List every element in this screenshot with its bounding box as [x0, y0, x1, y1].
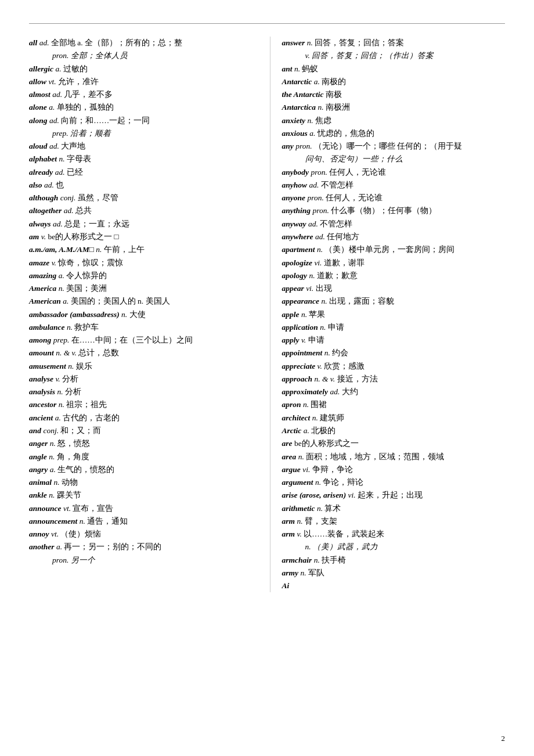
word: ambulance [29, 323, 65, 332]
word: approach [282, 375, 313, 383]
def: 总是；一直；永远 [63, 219, 129, 228]
pos: v. [39, 232, 46, 241]
word: anybody [282, 168, 309, 177]
pos: v. [49, 258, 56, 267]
def: 在……中间；在（三个以上）之间 [69, 336, 192, 344]
pos: n. [55, 387, 63, 396]
list-item: another a. 再一；另一；别的；不同的 [29, 541, 252, 553]
def: 也 [54, 181, 64, 189]
word: any [282, 142, 294, 150]
list-item: argue vi. 争辩，争论 [282, 463, 506, 476]
word: Antarctica [282, 103, 316, 111]
pos: n. [56, 284, 64, 293]
pos: n. [305, 38, 313, 47]
def: 接近，方法 [335, 375, 377, 383]
def: 扶手椅 [320, 556, 346, 564]
def: 大约 [340, 387, 358, 396]
pos: a. [312, 77, 320, 86]
pos: pron. [305, 193, 324, 202]
def: （无论）哪一个；哪些 任何的；（用于疑 [312, 142, 463, 150]
def: 古代的，古老的 [61, 413, 120, 422]
def: 和；又；而 [59, 426, 101, 435]
def: 申请 [326, 323, 344, 332]
def: 几乎，差不多 [62, 90, 113, 99]
word: amusement [29, 362, 66, 370]
word: America [29, 284, 56, 293]
pos: n. [94, 245, 102, 254]
def: 踝关节 [55, 491, 81, 499]
word: apron [282, 400, 301, 409]
list-item: already ad. 已经 [29, 166, 252, 179]
list-item: arm n. 臂，支架 [282, 515, 506, 528]
def: 分析 [63, 387, 81, 396]
list-item: ant n. 蚂蚁 [282, 63, 506, 75]
pos: ad. [313, 232, 325, 241]
pos: a. [47, 103, 55, 111]
word: apply [282, 336, 300, 344]
list-item: American a. 美国的；美国人的 n. 美国人 [29, 295, 252, 308]
list-item: any pron. （无论）哪一个；哪些 任何的；（用于疑 [282, 140, 506, 153]
pos: vi. [304, 284, 314, 293]
list-item: apply v. 申请 [282, 334, 506, 347]
word: Antarctic [282, 77, 312, 86]
list-item: arithmetic n. 算术 [282, 502, 506, 515]
list-item: anyone pron. 任何人，无论谁 [282, 192, 506, 204]
list-item: argument n. 争论，辩论 [282, 476, 506, 489]
pos: n. [293, 64, 301, 73]
word: the Antarctic [282, 90, 324, 99]
word: apology [282, 271, 308, 280]
word: aloud [29, 142, 48, 150]
def: 道歉；歉意 [315, 271, 358, 280]
list-item: appreciate v. 欣赏；感激 [282, 360, 506, 373]
list-item: area n. 面积；地域，地方，区域；范围，领域 [282, 451, 506, 463]
pos: vi. [312, 258, 322, 267]
word: also [29, 181, 42, 189]
pos: n. [315, 245, 323, 254]
list-item: application n. 申请 [282, 321, 506, 334]
def: 美国的；美国人的 n. 美国人 [68, 297, 169, 305]
def: 出现 [313, 284, 331, 293]
word: amaze [29, 258, 49, 267]
list-item: announce vt. 宣布，宣告 [29, 502, 252, 515]
word: am [29, 232, 39, 241]
def: 娱乐 [74, 362, 92, 370]
pos: ad. [53, 168, 64, 177]
def: 约会 [330, 348, 348, 357]
list-item: v. 回答，答复；回信；（作出）答案 [282, 49, 506, 62]
list-item: Arctic a. 北极的 [282, 424, 506, 437]
word: are [282, 439, 293, 448]
pos: n. [319, 297, 327, 305]
def: 字母表 [65, 154, 91, 163]
pos: ad. [42, 181, 54, 189]
def: （美）楼中单元房，一套房间；房间 [323, 245, 454, 254]
list-item: answer n. 回答，答复；回信；答案 [282, 37, 506, 49]
list-item: amaze v. 惊奇，惊叹；震惊 [29, 257, 252, 269]
pos: vt. [49, 530, 59, 538]
def: 通告，通知 [85, 517, 128, 525]
pos: ad. [37, 38, 49, 47]
word: apple [282, 310, 300, 319]
list-item: allergic a. 过敏的 [29, 63, 252, 75]
pos: n. [312, 556, 320, 564]
list-item: anxiety n. 焦虑 [282, 114, 506, 127]
pos: a. [53, 413, 61, 422]
pos: n. [52, 478, 60, 487]
def: 北极的 [309, 426, 335, 435]
list-item: angry a. 生气的，愤怒的 [29, 463, 252, 476]
list-item: apple n. 苹果 [282, 308, 506, 321]
pos: n. [305, 116, 313, 125]
word: American [29, 297, 61, 305]
list-item: amusement n. 娱乐 [29, 360, 252, 373]
def: 动物 [60, 478, 78, 487]
pos: vi. [301, 465, 311, 474]
top-divider [29, 23, 505, 24]
pos: n. [300, 310, 308, 319]
def: be的人称形式之一 [293, 439, 359, 448]
list-item: ambulance n. 救护车 [29, 321, 252, 334]
pos: a. [301, 426, 309, 435]
word: alone [29, 103, 47, 111]
pos: a. [55, 542, 63, 551]
page: all ad. 全部地 a. 全（部）；所有的；总；整pron. 全部；全体人员… [0, 0, 534, 756]
def: 救护车 [73, 323, 99, 332]
list-item: announcement n. 通告，通知 [29, 515, 252, 528]
